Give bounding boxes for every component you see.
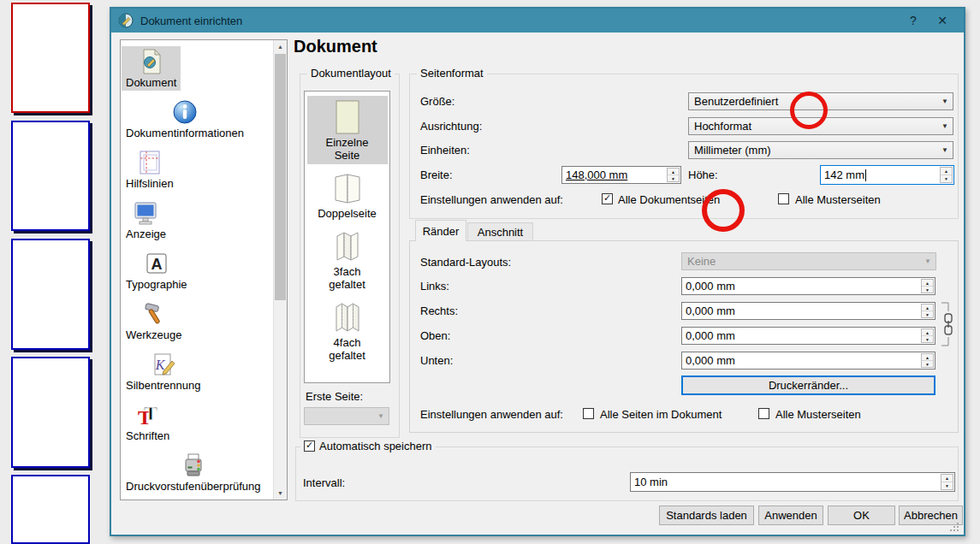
tab-anschnitt[interactable]: Anschnitt (467, 222, 533, 241)
settings-category-list: Dokument Dokumentinformationen (120, 39, 288, 500)
spin-up-icon[interactable]: ▲ (668, 169, 679, 175)
printer-margins-button[interactable]: Druckerränder... (681, 375, 935, 395)
spinner-buttons[interactable]: ▲ ▼ (921, 328, 934, 343)
interval-spinbox[interactable]: 10 min ▲ ▼ (630, 472, 955, 492)
sidebar-item-silbentrennung[interactable]: K Silbentrennung (122, 349, 205, 393)
spin-down-icon[interactable]: ▼ (922, 287, 933, 293)
spin-up-icon[interactable]: ▲ (922, 329, 933, 336)
orientation-value: Hochformat (694, 120, 751, 133)
spin-up-icon[interactable]: ▲ (941, 475, 953, 482)
width-spinbox[interactable]: 148,000 mm ▲ ▼ (561, 166, 681, 184)
orientation-select[interactable]: Hochformat ▼ (688, 117, 953, 135)
spinner-buttons[interactable]: ▲ ▼ (921, 353, 934, 368)
first-page-label: Erste Seite: (306, 390, 363, 403)
spin-up-icon[interactable]: ▲ (922, 354, 933, 361)
chevron-down-icon: ▼ (924, 253, 931, 269)
printer-margins-label: Druckerränder... (769, 379, 848, 392)
spin-down-icon[interactable]: ▼ (941, 175, 952, 182)
ok-button[interactable]: OK (828, 506, 895, 525)
margin-right-spinbox[interactable]: 0,000 mm ▲ ▼ (681, 302, 935, 320)
all-master-pages-label: Alle Musterseiten (795, 193, 881, 206)
button-label: Anwenden (764, 509, 817, 522)
load-defaults-button[interactable]: Standards laden (659, 506, 754, 525)
spin-down-icon[interactable]: ▼ (668, 175, 679, 181)
spin-down-icon[interactable]: ▼ (922, 311, 933, 317)
margin-right-value: 0,000 mm (686, 305, 735, 317)
spin-up-icon[interactable]: ▲ (941, 168, 952, 175)
document-setup-dialog: Dokument einrichten ? ✕ Dokument (110, 7, 965, 536)
resize-grip-icon[interactable] (948, 521, 959, 531)
scrollbar-thumb[interactable] (275, 54, 286, 300)
margin-left-spinbox[interactable]: 0,000 mm ▲ ▼ (681, 277, 935, 295)
spinner-buttons[interactable]: ▲ ▼ (941, 474, 953, 490)
autosave-checkbox[interactable]: ✓ (304, 441, 315, 452)
spinner-buttons[interactable]: ▲ ▼ (921, 304, 934, 318)
help-icon[interactable]: ? (899, 10, 928, 31)
layout-option-3fold[interactable]: 3fach gefaltet (307, 225, 388, 293)
spin-down-icon[interactable]: ▼ (922, 361, 933, 367)
apply-button[interactable]: Anwenden (758, 506, 823, 525)
sidebar-item-label: Dokumentinformationen (126, 127, 244, 139)
layout-option-label: 4fach gefaltet (316, 336, 379, 362)
sidebar-item-dokumentinformationen[interactable]: Dokumentinformationen (122, 97, 248, 141)
sidebar-item-label: Typographie (126, 278, 187, 291)
sidebar-item-typographie[interactable]: A Typographie (122, 248, 192, 293)
margin-bottom-value: 0,000 mm (686, 354, 735, 367)
page-thumbnail-2[interactable] (11, 121, 90, 231)
sidebar-item-druckvorstufenpruefung[interactable]: Druckvorstufenüberprüfung (122, 450, 265, 494)
page-thumbnail-1[interactable] (11, 3, 90, 113)
page-thumbnail-5[interactable] (11, 475, 90, 544)
spin-down-icon[interactable]: ▼ (941, 482, 953, 489)
all-pages-in-document-checkbox[interactable] (583, 408, 594, 419)
spinner-buttons[interactable]: ▲ ▼ (940, 167, 953, 183)
sidebar-scrollbar[interactable]: ▲ ▼ (273, 40, 287, 500)
preset-layouts-select: Keine ▼ (681, 252, 936, 270)
all-document-pages-checkbox[interactable]: ✓ (602, 193, 613, 204)
layout-option-4fold[interactable]: 4fach gefaltet (307, 296, 388, 364)
sidebar-item-dokument[interactable]: Dokument (122, 46, 181, 91)
sidebar-item-schriften[interactable]: T T Schriften (122, 399, 174, 444)
page-thumbnail-3[interactable] (11, 239, 90, 350)
layout-option-single-page[interactable]: Einzelne Seite (307, 96, 388, 164)
close-icon[interactable]: ✕ (928, 10, 957, 31)
margin-top-value: 0,000 mm (686, 329, 735, 342)
dialog-title: Dokument einrichten (140, 15, 242, 27)
spin-down-icon[interactable]: ▼ (922, 336, 933, 342)
margin-bottom-spinbox[interactable]: 0,000 mm ▲ ▼ (681, 352, 935, 370)
apply-settings-label: Einstellungen anwenden auf: (420, 408, 563, 421)
sidebar-item-label: Schriften (126, 429, 169, 442)
category-items: Dokument Dokumentinformationen (121, 40, 274, 500)
layout-option-double-page[interactable]: Doppelseite (307, 167, 388, 222)
scroll-up-icon[interactable]: ▲ (274, 40, 287, 53)
page-thumbnail-4[interactable] (11, 357, 90, 468)
chevron-down-icon: ▼ (941, 93, 948, 109)
tab-label: Ränder (423, 225, 460, 238)
tools-icon (140, 300, 168, 328)
spin-up-icon[interactable]: ▲ (922, 305, 933, 311)
spin-up-icon[interactable]: ▲ (922, 280, 933, 287)
units-label: Einheiten: (420, 144, 470, 157)
size-label: Größe: (420, 95, 454, 108)
dialog-titlebar[interactable]: Dokument einrichten ? ✕ (111, 9, 964, 33)
link-margins-icon[interactable] (938, 298, 955, 351)
sidebar-item-werkzeuge[interactable]: Werkzeuge (122, 299, 187, 343)
typography-icon: A (143, 250, 170, 277)
document-info-icon (171, 98, 199, 126)
units-select[interactable]: Millimeter (mm) ▼ (688, 141, 953, 159)
scribus-app-icon (118, 13, 134, 28)
spinner-buttons[interactable]: ▲ ▼ (921, 279, 934, 293)
scroll-down-icon[interactable]: ▼ (274, 487, 287, 500)
sidebar-item-anzeige[interactable]: Anzeige (122, 198, 170, 242)
all-master-pages-checkbox[interactable] (778, 193, 789, 204)
chevron-down-icon: ▼ (941, 142, 948, 158)
size-select[interactable]: Benutzerdefiniert ▼ (688, 92, 953, 110)
all-master-pages-checkbox[interactable] (758, 408, 769, 419)
margin-top-spinbox[interactable]: 0,000 mm ▲ ▼ (681, 327, 935, 345)
height-spinbox[interactable]: 142 mm ▲ ▼ (820, 165, 954, 185)
tab-raender[interactable]: Ränder (415, 220, 466, 241)
preset-layouts-label: Standard-Layouts: (420, 256, 511, 269)
spinner-buttons[interactable]: ▲ ▼ (667, 168, 680, 182)
sidebar-item-hilfslinien[interactable]: Hilfslinien (122, 147, 178, 192)
all-document-pages-label: Alle Dokumentseiten (618, 193, 720, 206)
svg-text:T: T (144, 402, 157, 424)
